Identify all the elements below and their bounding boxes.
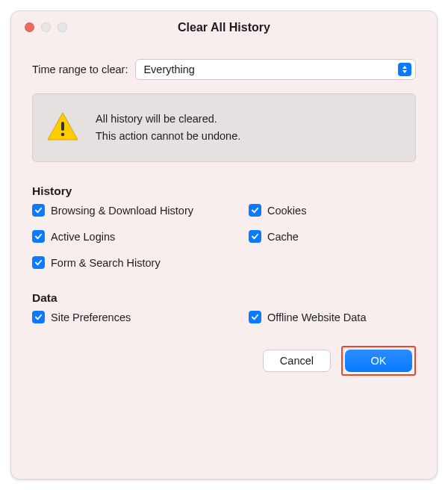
time-range-label: Time range to clear:	[32, 63, 128, 75]
checkbox-checked-icon	[249, 311, 261, 323]
checkbox-offline-website-data[interactable]: Offline Website Data	[249, 311, 416, 323]
history-checkboxes: Browsing & Download History Cookies Acti…	[32, 204, 416, 269]
checkbox-label: Browsing & Download History	[51, 205, 193, 217]
checkbox-checked-icon	[32, 230, 45, 243]
checkbox-label: Form & Search History	[51, 257, 161, 269]
data-checkboxes: Site Preferences Offline Website Data	[32, 311, 416, 323]
button-row: Cancel OK	[32, 346, 416, 376]
warning-triangle-icon	[46, 111, 79, 144]
checkbox-browsing-download[interactable]: Browsing & Download History	[32, 204, 249, 217]
history-heading: History	[32, 184, 416, 198]
warning-line-2: This action cannot be undone.	[96, 128, 240, 145]
ok-button-highlight: OK	[341, 346, 416, 376]
clear-history-dialog: Clear All History Time range to clear: E…	[10, 10, 438, 480]
checkbox-site-preferences[interactable]: Site Preferences	[32, 311, 249, 323]
checkbox-checked-icon	[32, 311, 45, 323]
checkbox-active-logins[interactable]: Active Logins	[32, 230, 249, 243]
warning-box: All history will be cleared. This action…	[32, 93, 416, 162]
checkbox-form-search[interactable]: Form & Search History	[32, 256, 249, 269]
checkbox-checked-icon	[249, 204, 261, 217]
checkbox-label: Cookies	[267, 205, 306, 217]
checkbox-checked-icon	[32, 256, 45, 269]
data-heading: Data	[32, 291, 416, 305]
checkbox-label: Offline Website Data	[267, 311, 366, 323]
checkbox-label: Cache	[267, 231, 299, 243]
ok-button[interactable]: OK	[345, 350, 412, 372]
checkbox-cookies[interactable]: Cookies	[249, 204, 416, 217]
svg-point-1	[61, 133, 65, 137]
dialog-content: Time range to clear: Everything All hist…	[11, 44, 437, 391]
checkbox-label: Active Logins	[51, 231, 115, 243]
checkbox-checked-icon	[32, 204, 45, 217]
checkbox-label: Site Preferences	[51, 311, 131, 323]
time-range-row: Time range to clear: Everything	[32, 59, 416, 80]
dialog-title: Clear All History	[11, 21, 437, 34]
select-stepper-icon	[398, 63, 411, 76]
checkbox-checked-icon	[249, 230, 261, 243]
time-range-select[interactable]: Everything	[135, 59, 416, 80]
checkbox-cache[interactable]: Cache	[249, 230, 416, 243]
warning-text: All history will be cleared. This action…	[96, 111, 240, 145]
titlebar: Clear All History	[11, 11, 437, 44]
warning-line-1: All history will be cleared.	[96, 111, 240, 128]
svg-rect-0	[61, 122, 64, 131]
cancel-button[interactable]: Cancel	[263, 350, 331, 372]
time-range-value: Everything	[143, 63, 195, 75]
